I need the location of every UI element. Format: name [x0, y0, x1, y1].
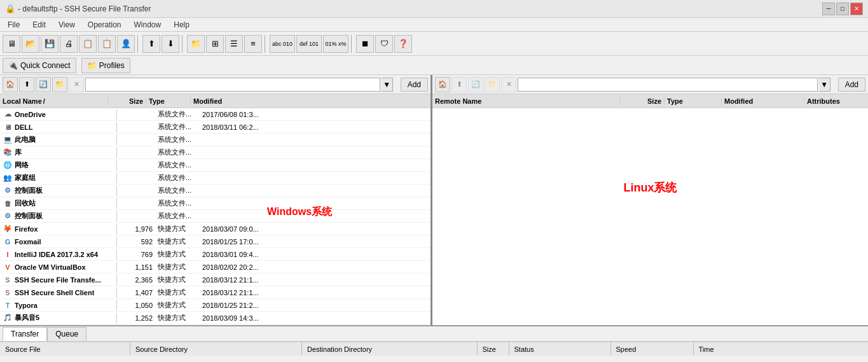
right-path-dropdown[interactable]: ▼: [819, 78, 830, 92]
menu-view[interactable]: View: [53, 19, 80, 31]
close-button[interactable]: ✕: [850, 3, 863, 15]
size-col: Size: [478, 342, 509, 356]
folder-icon: 📁: [87, 61, 97, 70]
table-row[interactable]: I IntelliJ IDEA 2017.3.2 x64 769 快捷方式 20…: [0, 248, 431, 261]
file-name: OneDrive: [15, 111, 46, 118]
linux-label: Linux系统: [624, 180, 677, 195]
table-row[interactable]: ☁ OneDrive 系统文件... 2017/06/08 01:3...: [0, 108, 431, 121]
time-label: Time: [699, 345, 714, 353]
print-button[interactable]: 🖨: [60, 35, 78, 53]
title-bar: 🔒 - defaultsftp - SSH Secure File Transf…: [0, 0, 868, 18]
table-row[interactable]: 🦊 Firefox 1,976 快捷方式 2018/03/07 09:0...: [0, 223, 431, 235]
left-refresh-button[interactable]: 🔄: [36, 77, 51, 92]
detail-view-button[interactable]: ≡: [244, 35, 262, 53]
profiles-button[interactable]: 👤: [117, 35, 135, 53]
table-row[interactable]: 🖥 电脑管家 2,234 快捷方式 2017/12/15 08:0...: [0, 324, 431, 325]
menu-file[interactable]: File: [3, 19, 25, 31]
queue-tab[interactable]: Queue: [47, 327, 86, 341]
table-row[interactable]: 🖥 DELL 系统文件... 2018/03/11 06:2...: [0, 121, 431, 134]
left-path-input[interactable]: [85, 78, 380, 92]
file-modified: 2018/03/07 09:0...: [200, 225, 298, 233]
menu-help[interactable]: Help: [169, 19, 195, 31]
file-type: 系统文件...: [155, 122, 200, 132]
minimize-button[interactable]: ─: [822, 3, 835, 15]
size-header: Size: [108, 97, 146, 105]
file-type-icon: ⚙: [3, 211, 13, 221]
file-name: IntelliJ IDEA 2017.3.2 x64: [15, 251, 98, 258]
right-new-folder-button[interactable]: 📁: [485, 77, 500, 92]
abc-button[interactable]: abc 010: [270, 35, 295, 53]
profiles-button[interactable]: 📁 Profiles: [81, 58, 130, 73]
file-type-icon: S: [3, 275, 13, 285]
file-type: 系统文件...: [155, 173, 200, 183]
table-row[interactable]: T Typora 1,050 快捷方式 2018/01/25 21:2...: [0, 299, 431, 312]
right-path-input[interactable]: [518, 78, 818, 92]
right-toolbar: 🏠 ⬆ 🔄 📁 ✕ ▼ Add: [432, 75, 868, 94]
stop-button[interactable]: ⏹: [356, 35, 374, 53]
table-row[interactable]: S SSH Secure Shell Client 1,407 快捷方式 201…: [0, 286, 431, 299]
table-row[interactable]: 🎵 暴风音5 1,252 快捷方式 2018/03/09 14:3...: [0, 312, 431, 324]
source-directory-label: Source Directory: [135, 345, 188, 353]
table-row[interactable]: 🌐 网络 系统文件...: [0, 159, 431, 172]
file-size: 592: [117, 238, 155, 246]
grid-view-button[interactable]: ⊞: [206, 35, 224, 53]
file-modified: 2018/03/11 06:2...: [200, 123, 298, 131]
file-size: 1,050: [117, 302, 155, 309]
file-type: 快捷方式: [155, 288, 200, 297]
down-button[interactable]: ⬇: [162, 35, 179, 53]
pct-button[interactable]: 01% x%: [323, 35, 348, 53]
table-row[interactable]: 👥 家庭组 系统文件...: [0, 172, 431, 184]
local-folder-button[interactable]: 📁: [187, 35, 205, 53]
table-row[interactable]: V Oracle VM VirtualBox 1,151 快捷方式 2018/0…: [0, 261, 431, 274]
left-add-button[interactable]: Add: [401, 78, 428, 92]
file-type: 系统文件...: [155, 160, 200, 170]
menu-operation[interactable]: Operation: [83, 19, 127, 31]
table-row[interactable]: S SSH Secure File Transfe... 2,365 快捷方式 …: [0, 274, 431, 286]
menu-edit[interactable]: Edit: [27, 19, 51, 31]
right-refresh-button[interactable]: 🔄: [468, 77, 483, 92]
copy-button[interactable]: 📋: [79, 35, 97, 53]
table-row[interactable]: G Foxmail 592 快捷方式 2018/01/25 17:0...: [0, 235, 431, 248]
menu-window[interactable]: Window: [129, 19, 167, 31]
open-button[interactable]: 📂: [22, 35, 39, 53]
file-type-icon: 🗑: [3, 198, 13, 209]
up-button[interactable]: ⬆: [142, 35, 160, 53]
left-home-button[interactable]: 🏠: [3, 77, 18, 92]
remote-modified-header: Modified: [722, 97, 804, 105]
table-row[interactable]: 🗑 回收站 系统文件...: [0, 197, 431, 210]
right-home-button[interactable]: 🏠: [435, 77, 450, 92]
def-button[interactable]: def 101: [296, 35, 322, 53]
new-connection-button[interactable]: 🖥: [3, 35, 20, 53]
transfer-bar: Transfer Queue: [0, 326, 868, 342]
file-name: 暴风音5: [15, 313, 39, 323]
table-row[interactable]: 💻 此电脑 系统文件...: [0, 134, 431, 146]
table-row[interactable]: ⚙ 控制面板 系统文件...: [0, 184, 431, 197]
left-file-list[interactable]: Local Name / Size Type Modified ☁ OneDri…: [0, 94, 431, 325]
file-modified: 2018/03/12 21:1...: [200, 276, 298, 284]
quick-connect-button[interactable]: 🔌 Quick Connect: [3, 58, 76, 73]
list-view-button[interactable]: ☰: [225, 35, 243, 53]
left-path-dropdown[interactable]: ▼: [382, 78, 393, 92]
left-up-button[interactable]: ⬆: [19, 77, 34, 92]
file-type: 快捷方式: [155, 237, 200, 246]
table-row[interactable]: ⚙ 控制面板 系统文件...: [0, 210, 431, 223]
file-name: 回收站: [15, 198, 36, 208]
transfer-tab[interactable]: Transfer: [3, 327, 47, 341]
file-modified: 2018/01/25 17:0...: [200, 238, 298, 246]
shield-button[interactable]: 🛡: [375, 35, 393, 53]
size-label: Size: [483, 345, 496, 353]
right-add-button[interactable]: Add: [838, 78, 865, 92]
left-delete-button[interactable]: ✕: [69, 77, 84, 92]
restore-button[interactable]: □: [836, 3, 849, 15]
help-button[interactable]: ❓: [394, 35, 412, 53]
left-new-folder-button[interactable]: 📁: [52, 77, 67, 92]
table-row[interactable]: 📚 库 系统文件...: [0, 146, 431, 159]
right-delete-button[interactable]: ✕: [501, 77, 516, 92]
file-type-icon: T: [3, 300, 13, 310]
modified-header: Modified: [191, 97, 289, 105]
save-button[interactable]: 💾: [41, 35, 59, 53]
file-type-icon: 👥: [3, 173, 13, 183]
paste-button[interactable]: 📋: [98, 35, 116, 53]
right-up-button[interactable]: ⬆: [451, 77, 467, 92]
right-panel: 🏠 ⬆ 🔄 📁 ✕ ▼ Add Remote Name Size Type Mo…: [432, 75, 868, 325]
